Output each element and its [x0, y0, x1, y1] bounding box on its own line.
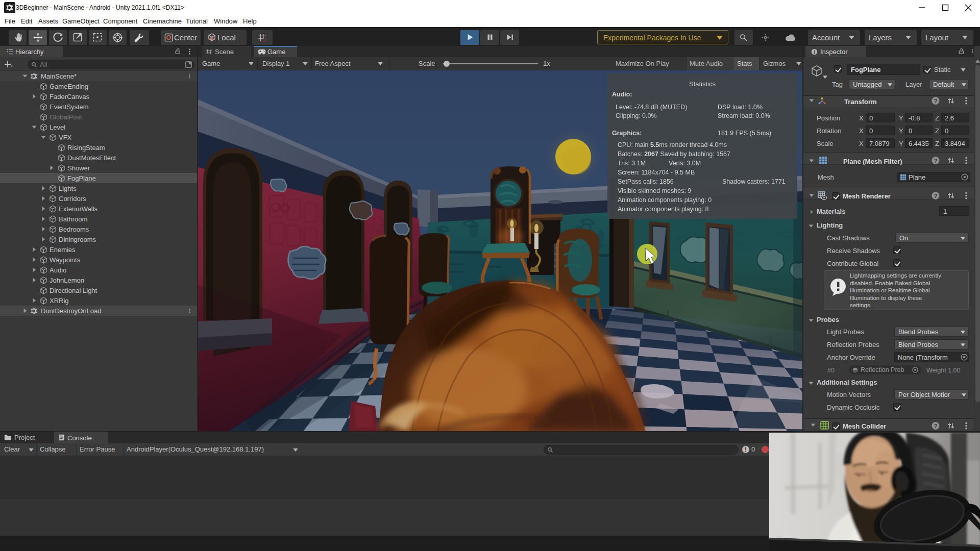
svg-text:?: ?	[934, 193, 938, 199]
svg-text:?: ?	[934, 158, 938, 164]
svg-text:?: ?	[934, 423, 938, 429]
svg-text:?: ?	[934, 98, 938, 104]
